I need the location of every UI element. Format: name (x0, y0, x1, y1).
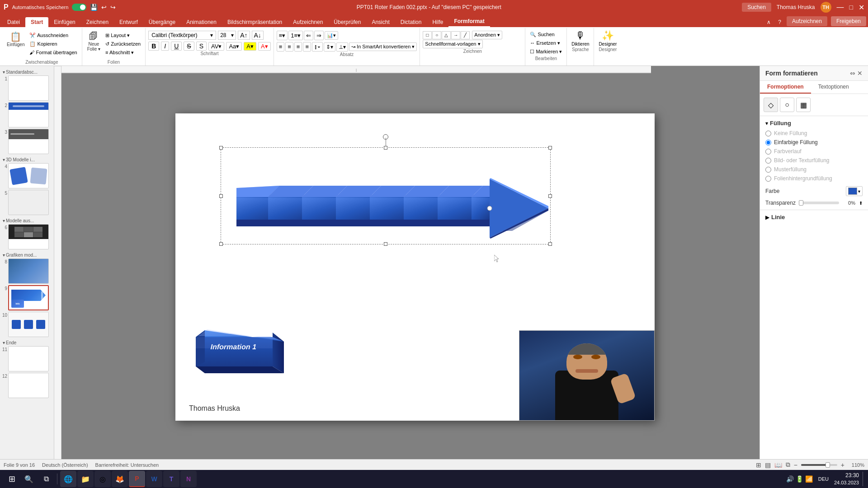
shape-round-btn[interactable]: ○ (432, 31, 441, 39)
text-shadow-btn[interactable]: S (196, 42, 207, 51)
zoom-level[interactable]: 110% (848, 462, 864, 468)
justify-btn[interactable]: ≡ (303, 42, 311, 52)
fill-radio-slide[interactable] (765, 176, 771, 182)
fill-radio-none[interactable] (765, 131, 771, 136)
taskbar-chrome[interactable]: ◎ (94, 471, 111, 487)
handle-bc[interactable] (384, 242, 387, 246)
tab-datei[interactable]: Datei (2, 17, 25, 27)
fill-radio-solid[interactable] (765, 140, 771, 145)
format-painter-btn[interactable]: 🖌 Format übertragen (28, 49, 79, 56)
shape-effects-icon-btn[interactable]: ○ (780, 98, 794, 112)
transparency-spinner[interactable]: ⬆ (859, 201, 863, 206)
slide-thumb-10[interactable]: 10 (1, 312, 53, 337)
handle-bl[interactable] (219, 242, 223, 246)
tab-animationen[interactable]: Animationen (181, 17, 222, 27)
handle-tr[interactable] (548, 146, 552, 150)
bold-btn[interactable]: B (148, 42, 159, 51)
start-button[interactable]: ⊞ (4, 471, 20, 487)
underline-btn[interactable]: U (171, 42, 182, 51)
zoom-slider[interactable] (801, 464, 837, 466)
slide-thumb-2[interactable]: 2 (1, 102, 53, 127)
handle-mr[interactable] (548, 194, 552, 198)
slide-thumb-6[interactable]: 6 (1, 224, 53, 249)
save-icon[interactable]: 💾 (90, 4, 98, 11)
handle-ml[interactable] (219, 194, 223, 198)
shape-line-btn[interactable]: ╱ (461, 31, 470, 39)
slide-thumb-11[interactable]: 11 (1, 346, 53, 371)
decrease-indent-btn[interactable]: ⇐ (304, 31, 313, 40)
tab-einfuegen[interactable]: Einfügen (48, 17, 80, 27)
shape-triangle-btn[interactable]: △ (442, 31, 451, 39)
tab-start[interactable]: Start (25, 17, 48, 27)
side-panel-resize-btn[interactable]: ⇔ (850, 70, 855, 77)
fill-radio-pattern[interactable] (765, 167, 771, 173)
language-status[interactable]: Deutsch (Österreich) (42, 462, 88, 468)
fill-option-slide[interactable]: Folienhintergrundfüllung (765, 175, 863, 182)
fill-section-header[interactable]: ▾ Füllung (765, 120, 863, 127)
reset-btn[interactable]: ↺ Zurücksetzen (104, 40, 142, 48)
copy-btn[interactable]: 📋 Kopieren (28, 40, 79, 48)
increase-indent-btn[interactable]: ⇒ (314, 31, 324, 40)
fill-radio-gradient[interactable] (765, 149, 771, 155)
fill-option-solid[interactable]: Einfarbige Füllung (765, 139, 863, 145)
slide[interactable]: Information 1 Thomas Hruska (175, 113, 655, 421)
increase-font-btn[interactable]: A↑ (238, 31, 250, 40)
view-presenter-btn[interactable]: ⧉ (786, 461, 790, 469)
maximize-btn[interactable]: □ (849, 4, 853, 11)
convert-smartart-btn[interactable]: ↝ In SmartArt konvertieren ▾ (349, 42, 417, 51)
tab-formoptionen[interactable]: Formoptionen (760, 81, 811, 94)
taskbar-system-icons[interactable]: 🔊 🔋 📶 (786, 475, 813, 483)
side-panel-close-btn[interactable]: ✕ (857, 70, 863, 77)
find-btn[interactable]: 🔍 Suchen (528, 31, 564, 38)
freigeben-btn[interactable]: Freigeben (831, 16, 866, 26)
dictate-btn[interactable]: 🎙 Diktieren (571, 30, 589, 47)
handle-tl[interactable] (219, 146, 223, 150)
tab-hilfe[interactable]: Hilfe (427, 17, 448, 27)
fill-option-gradient[interactable]: Farbverlauf (765, 148, 863, 155)
fill-effects-icon-btn[interactable]: ◇ (764, 98, 778, 112)
taskbar-show-desktop[interactable] (863, 472, 864, 486)
view-normal-btn[interactable]: ⊞ (756, 461, 761, 469)
shape-rect-btn[interactable]: □ (423, 31, 432, 39)
search-box[interactable]: Suchen (742, 3, 771, 12)
decrease-font-btn[interactable]: A↓ (252, 31, 264, 40)
canvas-area[interactable]: | (61, 66, 760, 459)
change-case-btn[interactable]: Aa▾ (226, 42, 242, 51)
designer-btn[interactable]: ✨ Designer (599, 30, 617, 47)
slide-thumb-5[interactable]: 5 (1, 190, 53, 215)
quick-styles-btn[interactable]: Schnellformat-vorlagen ▾ (423, 40, 482, 48)
rotation-handle[interactable] (383, 134, 388, 140)
slide-canvas[interactable]: Information 1 Thomas Hruska (71, 80, 760, 455)
highlight-btn[interactable]: A▾ (244, 42, 256, 51)
close-btn[interactable]: ✕ (859, 3, 864, 12)
paste-btn[interactable]: 📋 Einfügen (5, 30, 27, 48)
color-picker-btn[interactable]: ▾ (846, 186, 863, 196)
transparency-slider[interactable] (799, 202, 839, 204)
fill-radio-picture[interactable] (765, 158, 771, 164)
columns-btn[interactable]: ⫿▾ (312, 42, 323, 52)
arrange-btn[interactable]: Anordnen ▾ (472, 31, 502, 39)
view-slide-btn[interactable]: ▤ (765, 461, 771, 469)
font-color-btn[interactable]: A▾ (258, 42, 271, 51)
taskbar-onenote[interactable]: N (180, 471, 197, 487)
autosave-toggle[interactable] (72, 4, 86, 11)
replace-btn[interactable]: ↔ Ersetzen ▾ (528, 39, 564, 47)
handle-tc[interactable] (384, 146, 387, 150)
taskbar-taskview[interactable]: ⧉ (38, 471, 54, 487)
tab-uebergaenge[interactable]: Übergänge (143, 17, 181, 27)
align-left-btn[interactable]: ≡ (277, 42, 285, 52)
bullets-btn[interactable]: ≡▾ (277, 31, 288, 40)
align-text-btn[interactable]: ⊥▾ (336, 42, 348, 52)
taskbar-language[interactable]: DEU (816, 475, 830, 483)
fill-option-pattern[interactable]: Musterfüllung (765, 166, 863, 173)
taskbar-explorer[interactable]: 📁 (77, 471, 94, 487)
view-reading-btn[interactable]: 📖 (774, 461, 782, 469)
taskbar-edge[interactable]: 🌐 (60, 471, 76, 487)
taskbar-powerpoint[interactable]: P (129, 471, 145, 487)
fill-option-none[interactable]: Keine Füllung (765, 130, 863, 136)
slide-thumb-12[interactable]: 12 (1, 373, 53, 398)
minimize-btn[interactable]: — (837, 3, 844, 11)
taskbar-search[interactable]: 🔍 (21, 471, 37, 487)
font-name-selector[interactable]: Calibri (Textkörper)▾ (148, 31, 216, 40)
key-button[interactable]: Information 1 (189, 326, 284, 385)
